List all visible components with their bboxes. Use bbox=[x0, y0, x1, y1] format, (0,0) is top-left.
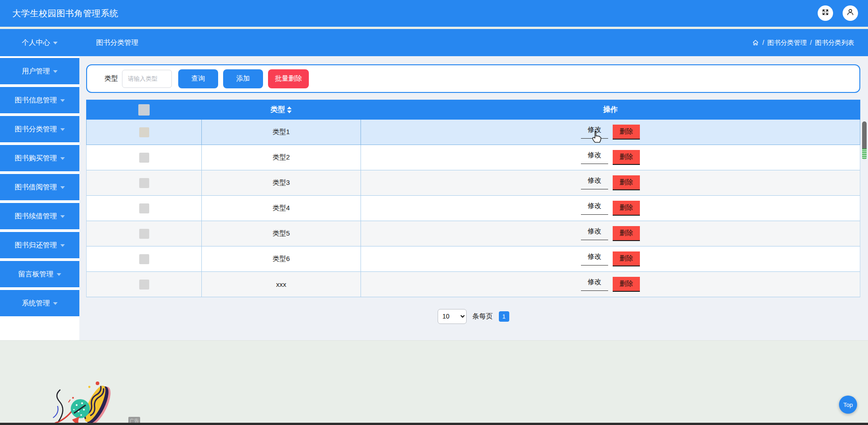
edit-button[interactable]: 修改 bbox=[581, 278, 608, 291]
row-checkbox[interactable] bbox=[139, 203, 149, 213]
chevron-down-icon bbox=[60, 128, 65, 131]
edit-button[interactable]: 修改 bbox=[581, 126, 608, 139]
scrollbar-green-marker bbox=[862, 149, 867, 159]
row-action-cell: 修改 删除 bbox=[361, 145, 860, 170]
row-type-value: 类型3 bbox=[273, 179, 290, 187]
edit-button[interactable]: 修改 bbox=[581, 227, 608, 240]
row-type-cell: 类型6 bbox=[202, 246, 361, 271]
row-type-value: 类型2 bbox=[273, 153, 290, 162]
sidebar-item-label: 图书借阅管理 bbox=[15, 183, 57, 192]
row-checkbox-cell bbox=[87, 145, 202, 170]
row-type-cell: 类型4 bbox=[202, 196, 361, 221]
row-checkbox-cell bbox=[87, 170, 202, 195]
row-type-cell: 类型3 bbox=[202, 170, 361, 195]
sidebar-item-图书归还管理[interactable]: 图书归还管理 bbox=[0, 232, 79, 258]
table-row: 类型3 修改 删除 bbox=[86, 170, 860, 196]
table-row: 类型2 修改 删除 bbox=[86, 145, 860, 170]
row-type-value: 类型4 bbox=[273, 204, 290, 212]
action-column-header: 操作 bbox=[361, 105, 860, 115]
row-checkbox[interactable] bbox=[139, 178, 149, 188]
edit-button[interactable]: 修改 bbox=[581, 202, 608, 215]
scrollbar-thumb[interactable] bbox=[862, 121, 867, 159]
nav-personal-center-label: 个人中心 bbox=[22, 38, 50, 48]
chevron-down-icon bbox=[60, 99, 65, 102]
page-number-button[interactable]: 1 bbox=[499, 311, 509, 322]
batch-delete-button[interactable]: 批量删除 bbox=[268, 69, 309, 88]
row-action-cell: 修改 删除 bbox=[361, 246, 860, 271]
row-action-cell: 修改 删除 bbox=[361, 221, 860, 246]
delete-button[interactable]: 删除 bbox=[613, 277, 640, 292]
action-column-label: 操作 bbox=[603, 105, 618, 115]
sidebar-item-label: 图书续借管理 bbox=[15, 212, 57, 221]
row-checkbox[interactable] bbox=[139, 229, 149, 239]
nav-personal-center[interactable]: 个人中心 bbox=[22, 38, 58, 48]
row-checkbox[interactable] bbox=[139, 127, 149, 137]
type-column-header[interactable]: 类型 bbox=[201, 105, 361, 115]
add-button[interactable]: 添加 bbox=[223, 69, 263, 88]
row-type-cell: 类型1 bbox=[202, 120, 361, 145]
edit-button[interactable]: 修改 bbox=[581, 252, 608, 266]
delete-button[interactable]: 删除 bbox=[613, 175, 640, 190]
breadcrumb-item-category-list: 图书分类列表 bbox=[815, 39, 854, 47]
breadcrumb-item-category-management[interactable]: 图书分类管理 bbox=[767, 39, 807, 47]
delete-button[interactable]: 删除 bbox=[613, 226, 640, 241]
sidebar-item-系统管理[interactable]: 系统管理 bbox=[0, 290, 79, 316]
row-action-cell: 修改 删除 bbox=[361, 170, 860, 195]
row-type-value: 类型1 bbox=[273, 128, 290, 136]
app-title: 大学生校园图书角管理系统 bbox=[12, 8, 118, 19]
delete-button[interactable]: 删除 bbox=[613, 150, 640, 165]
sidebar-item-用户管理[interactable]: 用户管理 bbox=[0, 58, 79, 84]
sidebar-item-图书续借管理[interactable]: 图书续借管理 bbox=[0, 203, 79, 229]
sidebar-item-留言板管理[interactable]: 留言板管理 bbox=[0, 261, 79, 287]
sidebar-item-图书借阅管理[interactable]: 图书借阅管理 bbox=[0, 174, 79, 200]
sidebar-item-label: 图书分类管理 bbox=[15, 125, 57, 134]
table-row: 类型4 修改 删除 bbox=[86, 196, 860, 221]
user-icon bbox=[846, 8, 854, 18]
page-size-select[interactable]: 10 bbox=[438, 309, 467, 324]
edit-button[interactable]: 修改 bbox=[581, 176, 608, 189]
nav-book-category-management[interactable]: 图书分类管理 bbox=[96, 38, 138, 48]
query-button[interactable]: 查询 bbox=[178, 69, 218, 88]
type-filter-label: 类型 bbox=[104, 74, 118, 83]
row-action-cell: 修改 删除 bbox=[361, 120, 860, 145]
nav-book-category-label: 图书分类管理 bbox=[96, 38, 138, 48]
delete-button[interactable]: 删除 bbox=[613, 201, 640, 216]
row-checkbox[interactable] bbox=[139, 254, 149, 264]
filter-toolbar: 类型 查询 添加 批量删除 bbox=[86, 64, 860, 93]
chevron-down-icon bbox=[60, 215, 65, 218]
chevron-down-icon bbox=[53, 42, 58, 44]
breadcrumb: / 图书分类管理 / 图书分类列表 bbox=[752, 29, 854, 56]
row-type-cell: 类型2 bbox=[202, 145, 361, 170]
table-body: 类型1 修改 删除 类型2 修改 删除 类型3 bbox=[86, 120, 860, 297]
chevron-down-icon bbox=[60, 244, 65, 247]
type-filter-input[interactable] bbox=[122, 70, 172, 88]
sidebar-item-图书信息管理[interactable]: 图书信息管理 bbox=[0, 87, 79, 113]
sidebar-item-图书分类管理[interactable]: 图书分类管理 bbox=[0, 116, 79, 142]
row-checkbox-cell bbox=[87, 196, 202, 221]
edit-button[interactable]: 修改 bbox=[581, 151, 608, 164]
chevron-down-icon bbox=[57, 273, 61, 276]
row-checkbox[interactable] bbox=[139, 153, 149, 163]
home-icon[interactable] bbox=[752, 39, 759, 46]
sidebar-item-label: 图书归还管理 bbox=[15, 241, 57, 250]
row-checkbox-cell bbox=[87, 246, 202, 271]
delete-button[interactable]: 删除 bbox=[613, 251, 640, 266]
row-checkbox-cell bbox=[87, 120, 202, 145]
row-checkbox-cell bbox=[87, 221, 202, 246]
select-all-checkbox[interactable] bbox=[138, 104, 150, 116]
footer-area bbox=[0, 340, 868, 425]
breadcrumb-separator: / bbox=[762, 39, 764, 46]
table-row: 类型1 修改 删除 bbox=[86, 120, 860, 145]
row-type-value: 类型6 bbox=[273, 255, 290, 263]
table-row: 类型6 修改 删除 bbox=[86, 246, 860, 272]
sidebar-item-图书购买管理[interactable]: 图书购买管理 bbox=[0, 145, 79, 171]
sort-icon[interactable] bbox=[287, 106, 292, 113]
row-type-cell: 类型5 bbox=[202, 221, 361, 246]
user-profile-button[interactable] bbox=[843, 5, 858, 21]
fullscreen-button[interactable] bbox=[818, 5, 833, 21]
back-to-top-button[interactable]: Top bbox=[839, 396, 857, 414]
row-checkbox[interactable] bbox=[139, 280, 149, 290]
delete-button[interactable]: 删除 bbox=[613, 125, 640, 140]
row-type-value: 类型5 bbox=[273, 229, 290, 238]
select-all-cell bbox=[86, 104, 201, 116]
